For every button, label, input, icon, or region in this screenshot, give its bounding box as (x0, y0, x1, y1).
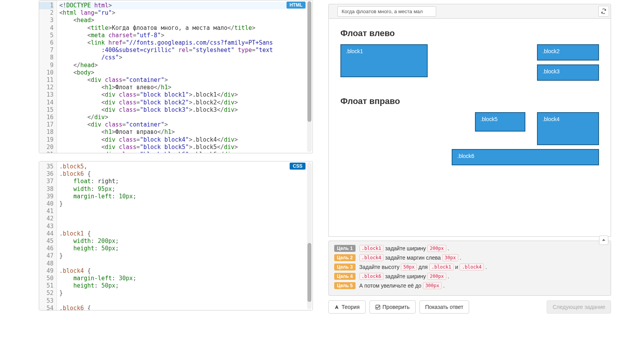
preview-block6: .block6 (452, 149, 599, 165)
preview-area: Флоат влево .block1 .block2 .block3 Флоа… (328, 19, 611, 237)
refresh-icon (601, 9, 606, 14)
code-chip: 200px (427, 245, 446, 252)
html-gutter: 12345678910111213141516171819202122 (39, 0, 57, 153)
css-scrollbar[interactable] (307, 162, 312, 309)
font-icon (334, 305, 339, 310)
goal-badge: Цель 2 (334, 254, 356, 261)
goal-row: Цель 3Задайте высоту 50px для .block1 и … (334, 264, 605, 271)
goal-row: Цель 5А потом увеличьте её до 300px . (334, 282, 605, 289)
css-code[interactable]: .block5,.block6 { float: right; width: 9… (57, 161, 313, 310)
css-editor[interactable]: CSS 353637383940414243444546474849505152… (39, 161, 313, 310)
css-badge: CSS (290, 163, 306, 170)
browser-bar (328, 4, 611, 19)
next-label: Следующее задание (552, 304, 605, 310)
goal-badge: Цель 1 (334, 245, 356, 252)
goal-badge: Цель 5 (334, 282, 356, 289)
preview-h1-right: Флоат вправо (340, 96, 599, 106)
check-button[interactable]: Проверить (369, 300, 416, 314)
collapse-goals-button[interactable] (599, 236, 608, 245)
code-chip: .block1 (429, 264, 454, 271)
show-answer-button[interactable]: Показать ответ (420, 300, 469, 314)
code-chip: .block4 (359, 254, 384, 261)
goal-row: Цель 2.block4 задайте маргин слева 30px … (334, 254, 605, 261)
goal-row: Цель 1.block1 задайте ширину 200px . (334, 245, 605, 252)
code-chip: .block1 (359, 245, 384, 252)
preview-block1: .block1 (340, 44, 428, 77)
check-icon (375, 305, 380, 310)
code-chip: 200px (427, 273, 446, 280)
theory-button[interactable]: Теория (328, 300, 366, 314)
preview-h1-left: Флоат влево (340, 28, 599, 38)
code-chip: .block6 (359, 273, 384, 280)
preview-block5: .block5 (475, 112, 525, 132)
url-input[interactable] (337, 6, 436, 17)
code-chip: 30px (442, 254, 458, 261)
goal-badge: Цель 4 (334, 273, 356, 280)
code-chip: .block4 (459, 264, 484, 271)
chevron-up-icon (601, 238, 606, 243)
refresh-button[interactable] (598, 6, 609, 17)
action-bar: Теория Проверить Показать ответ Следующе… (328, 300, 611, 314)
html-badge: HTML (287, 2, 306, 9)
next-task-button[interactable]: Следующее задание (547, 300, 611, 314)
goal-badge: Цель 3 (334, 264, 356, 271)
check-label: Проверить (383, 304, 410, 310)
html-editor[interactable]: HTML 12345678910111213141516171819202122… (39, 0, 313, 153)
code-chip: 300px (423, 282, 442, 289)
html-scrollbar[interactable] (307, 1, 312, 152)
html-code[interactable]: <!DOCTYPE html><html lang="ru"> <head> <… (57, 0, 313, 153)
preview-block2: .block2 (537, 44, 599, 61)
code-chip: 50px (401, 264, 417, 271)
show-label: Показать ответ (425, 304, 463, 310)
preview-block4: .block4 (537, 112, 599, 145)
theory-label: Теория (342, 304, 360, 310)
goal-row: Цель 4.block6 задайте ширину 200px . (334, 273, 605, 280)
goals-panel: Цель 1.block1 задайте ширину 200px .Цель… (328, 241, 611, 296)
css-gutter: 3536373839404142434445464748495051525354… (39, 161, 57, 310)
preview-block3: .block3 (537, 64, 599, 81)
